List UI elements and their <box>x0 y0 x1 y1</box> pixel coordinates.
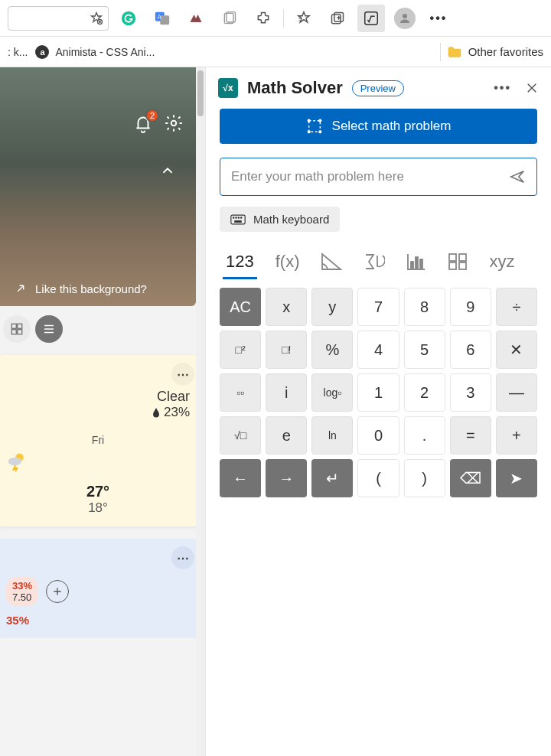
add-favorite-icon[interactable] <box>90 11 103 25</box>
weather-humidity: 23% <box>6 405 190 420</box>
math-solver-logo-icon: √x <box>218 78 238 98</box>
profile-icon[interactable] <box>391 5 419 32</box>
extensions-icon[interactable] <box>249 5 277 32</box>
keypad: AC x y 7 8 9 ÷ □² □! % 4 5 6 ✕ ▫▫ i log▫… <box>220 288 537 497</box>
key-ac[interactable]: AC <box>220 288 261 326</box>
key-right[interactable]: → <box>266 459 307 497</box>
key-rparen[interactable]: ) <box>404 459 445 497</box>
key-enter[interactable]: ↵ <box>311 459 353 497</box>
key-7[interactable]: 7 <box>357 288 399 326</box>
collections-icon[interactable] <box>324 5 351 32</box>
key-minus[interactable]: — <box>496 373 537 412</box>
forecast-day-name: Fri <box>6 434 190 446</box>
key-0[interactable]: 0 <box>357 416 399 455</box>
favorite-label: Animista - CSS Ani... <box>55 46 155 58</box>
tab-triangle-icon[interactable] <box>318 248 345 279</box>
key-x[interactable]: x <box>266 288 307 326</box>
key-submit[interactable]: ➤ <box>496 459 537 497</box>
svg-point-22 <box>319 131 321 133</box>
folder-icon <box>447 46 462 58</box>
stocks-card[interactable]: ⋯ 33% 7.50 35% <box>0 539 196 638</box>
translate-icon[interactable]: A <box>148 5 176 32</box>
key-multiply[interactable]: ✕ <box>496 331 537 369</box>
favorites-star-icon[interactable] <box>290 5 318 32</box>
grammarly-icon[interactable] <box>115 5 142 32</box>
tab-xyz[interactable]: xyz <box>486 247 517 279</box>
key-y[interactable]: y <box>311 288 353 326</box>
card-more-icon[interactable]: ⋯ <box>171 546 194 569</box>
key-factorial[interactable]: □! <box>266 331 307 369</box>
separator <box>440 43 441 61</box>
svg-point-1 <box>122 11 135 24</box>
panel-title: Math Solver <box>247 78 343 98</box>
key-log[interactable]: log▫ <box>311 373 353 412</box>
favorite-item-1[interactable]: : k... <box>8 46 28 58</box>
tab-123[interactable]: 123 <box>223 247 257 279</box>
list-view-button[interactable] <box>35 315 63 343</box>
favicon-icon: a <box>35 45 49 59</box>
key-4[interactable]: 4 <box>357 331 399 369</box>
tab-chart-icon[interactable] <box>403 248 429 279</box>
key-6[interactable]: 6 <box>450 331 491 369</box>
key-e[interactable]: e <box>266 416 307 455</box>
panel-more-icon[interactable]: ••• <box>494 81 511 95</box>
key-dot[interactable]: . <box>404 416 445 455</box>
extension-icon-2[interactable] <box>216 5 243 32</box>
preview-badge: Preview <box>352 80 404 96</box>
key-divide[interactable]: ÷ <box>496 288 537 326</box>
svg-rect-9 <box>365 11 378 24</box>
tab-fx[interactable]: f(x) <box>272 247 303 279</box>
key-2[interactable]: 2 <box>404 373 445 412</box>
scrollbar[interactable] <box>196 67 205 756</box>
key-1[interactable]: 1 <box>357 373 399 412</box>
tab-matrix-icon[interactable] <box>445 248 471 279</box>
like-background-button[interactable]: Like this background? <box>14 282 147 295</box>
key-left[interactable]: ← <box>220 459 261 497</box>
send-icon[interactable] <box>509 168 526 185</box>
key-percent[interactable]: % <box>311 331 353 369</box>
notifications-icon[interactable]: 2 <box>133 113 153 133</box>
grid-view-button[interactable] <box>3 315 31 343</box>
separator <box>283 9 284 28</box>
stock-pill[interactable]: 33% 7.50 <box>6 577 38 606</box>
svg-point-26 <box>238 217 239 217</box>
svg-rect-23 <box>231 215 245 224</box>
key-plus[interactable]: + <box>496 416 537 455</box>
key-backspace[interactable]: ⌫ <box>450 459 491 497</box>
key-square[interactable]: □² <box>220 331 261 369</box>
key-sqrt[interactable]: √□ <box>220 416 261 455</box>
key-ln[interactable]: ln <box>311 416 353 455</box>
problem-input[interactable] <box>231 169 509 184</box>
svg-rect-15 <box>18 330 22 334</box>
select-problem-button[interactable]: Select math problem <box>220 109 537 144</box>
svg-text:A: A <box>158 13 162 20</box>
tab-sigma-icon[interactable] <box>360 248 388 279</box>
key-lparen[interactable]: ( <box>357 459 399 497</box>
math-keyboard-button[interactable]: Math keyboard <box>220 207 340 232</box>
key-8[interactable]: 8 <box>404 288 445 326</box>
card-more-icon[interactable]: ⋯ <box>171 363 194 386</box>
key-equals[interactable]: = <box>450 416 491 455</box>
more-icon[interactable]: ••• <box>425 5 452 32</box>
extension-icon-1[interactable] <box>182 5 210 32</box>
stock-pct: 33% <box>12 580 32 591</box>
svg-rect-14 <box>11 330 16 334</box>
other-favorites-label[interactable]: Other favorites <box>468 45 543 58</box>
svg-rect-29 <box>411 262 413 268</box>
key-5[interactable]: 5 <box>404 331 445 369</box>
close-icon[interactable] <box>525 81 539 95</box>
key-9[interactable]: 9 <box>450 288 491 326</box>
svg-rect-35 <box>459 262 466 269</box>
new-tab-page: 2 Like this background? <box>0 67 196 756</box>
math-solver-toolbar-icon[interactable] <box>357 5 385 32</box>
chevron-up-icon[interactable] <box>159 162 176 179</box>
add-stock-button[interactable] <box>46 580 69 603</box>
key-fraction[interactable]: ▫▫ <box>220 373 261 412</box>
math-solver-panel: √x Math Solver Preview ••• Select math p… <box>205 67 551 756</box>
weather-card[interactable]: ⋯ Clear 23% Fri 27° 18° <box>0 355 196 526</box>
key-i[interactable]: i <box>266 373 307 412</box>
settings-gear-icon[interactable] <box>164 113 184 133</box>
url-box[interactable] <box>8 6 109 31</box>
key-3[interactable]: 3 <box>450 373 491 412</box>
favorite-item-animista[interactable]: a Animista - CSS Ani... <box>35 45 155 59</box>
